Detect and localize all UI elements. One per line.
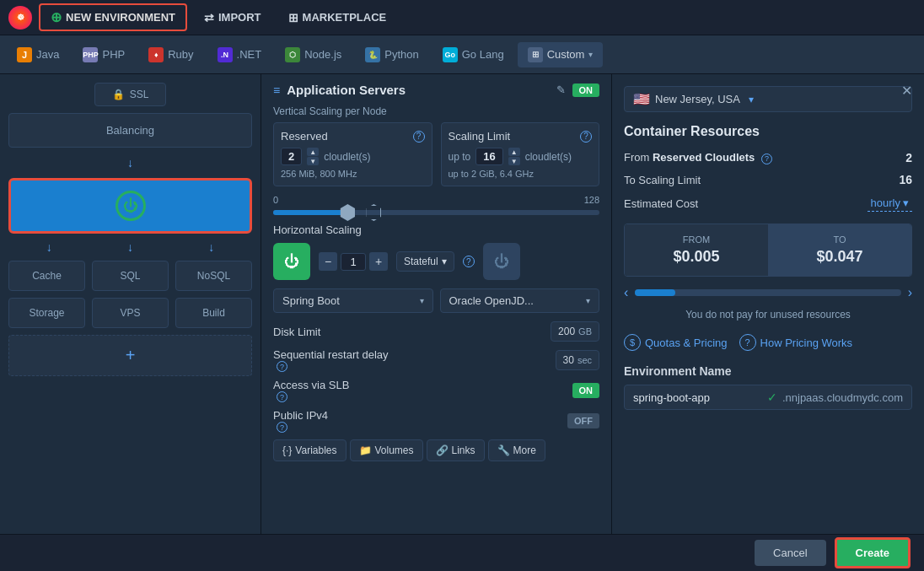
oracle-label: Oracle OpenJD... [449,294,534,307]
to-scaling-value: 16 [899,173,912,186]
tab-nodejs-label: Node.js [304,48,341,61]
seq-unit: sec [578,355,592,365]
seq-help-icon[interactable]: ? [277,361,287,372]
section-title: Application Servers [287,83,549,97]
cloudlets-help-icon[interactable]: ? [761,154,772,164]
region-selector[interactable]: 🇺🇸 New Jersey, USA ▾ [624,86,912,112]
reserved-up[interactable]: ▲ [307,148,319,156]
tab-ruby[interactable]: ♦ Ruby [138,42,203,67]
python-icon: 🐍 [365,47,380,62]
from-text: From [624,151,649,164]
build-label: Build [202,307,225,319]
variables-icon: {·} [282,444,292,456]
more-icon: 🔧 [497,444,510,456]
access-slb-label: Access via SLB ? [273,379,572,402]
tab-php[interactable]: PHP PHP [73,42,135,67]
active-server-button[interactable]: ⏻ [8,178,252,234]
cache-node[interactable]: Cache [8,261,85,291]
slider-next-btn[interactable]: › [908,285,912,300]
seq-restart-row: Sequential restart delay ? 30 sec [273,348,599,372]
ssl-button[interactable]: 🔒 SSL [94,83,167,106]
scaling-up[interactable]: ▲ [508,148,520,156]
reserved-down[interactable]: ▼ [307,157,319,165]
horiz-power-off[interactable]: ⏻ [483,243,520,280]
nosql-node[interactable]: NoSQL [175,261,252,291]
variables-tab[interactable]: {·} Variables [273,439,346,461]
spring-boot-select[interactable]: Spring Boot ▾ [273,288,433,313]
tab-python[interactable]: 🐍 Python [355,42,428,67]
slider-prev-btn[interactable]: ‹ [624,285,628,300]
close-button[interactable]: ✕ [901,83,912,99]
tab-java[interactable]: J Java [7,42,69,67]
ipv4-help-icon[interactable]: ? [277,422,287,433]
marketplace-button[interactable]: ⊞ MARKETPLACE [278,7,397,29]
bottom-tabs: {·} Variables 📁 Volumes 🔗 Links 🔧 More [273,439,599,461]
stateful-arrow: ▾ [442,256,447,267]
add-button[interactable]: + [8,335,252,376]
create-button[interactable]: Create [835,537,911,568]
ruby-icon: ♦ [148,47,164,62]
storage-row: Storage VPS Build [8,298,252,328]
custom-icon: ⊞ [528,47,543,62]
links-tab[interactable]: 🔗 Links [427,439,485,461]
access-slb-toggle[interactable]: ON [572,383,600,398]
volumes-tab[interactable]: 📁 Volumes [350,439,423,461]
to-scaling-row: To Scaling Limit 16 [624,173,912,186]
num-decrease[interactable]: − [319,252,337,271]
marketplace-label: MARKETPLACE [303,11,387,24]
on-badge[interactable]: ON [572,83,600,97]
slider-hex1 [338,203,357,222]
price-from-label: FROM [635,234,758,245]
node-icon: ⬡ [285,47,300,62]
from-cloudlets-label: From Reserved Cloudlets ? [624,151,905,164]
import-button[interactable]: ⇄ IMPORT [194,7,271,29]
more-tab[interactable]: 🔧 More [488,439,545,461]
volumes-label: Volumes [375,444,414,456]
arrow-right: ↓ [208,240,214,254]
links-label: Links [452,444,475,456]
stateful-select[interactable]: Stateful ▾ [396,251,454,272]
tab-nodejs[interactable]: ⬡ Node.js [275,42,352,67]
links-icon: 🔗 [436,444,449,456]
scaling-down[interactable]: ▼ [508,157,520,165]
env-name-value: spring-boot-app [633,391,762,404]
resource-slider[interactable] [635,289,900,296]
oracle-select[interactable]: Oracle OpenJD... ▾ [440,288,600,313]
scaling-help-icon[interactable]: ? [580,131,592,143]
env-name-input[interactable]: spring-boot-app ✓ .nnjpaas.cloudmydc.com [624,385,912,410]
cancel-button[interactable]: Cancel [755,540,825,566]
stateful-label: Stateful [404,256,438,267]
new-env-button[interactable]: ⊕ NEW ENVIRONMENT [39,3,187,31]
hourly-select[interactable]: hourly ▾ [868,195,912,212]
reserved-help-icon[interactable]: ? [413,131,425,143]
num-increase[interactable]: + [369,252,388,271]
estimated-row: Estimated Cost hourly ▾ [624,195,912,212]
storage-node[interactable]: Storage [8,298,85,328]
tab-ruby-label: Ruby [168,48,193,61]
how-pricing-link[interactable]: ? How Pricing Works [739,334,853,351]
balancing-box: Balancing [8,113,252,148]
scaling-limit-box: Scaling Limit ? up to 16 ▲ ▼ cloudlet(s)… [441,122,600,186]
access-help-icon[interactable]: ? [277,391,287,402]
price-to: TO $0.047 [768,224,911,276]
tab-go-label: Go Lang [462,48,504,61]
quotas-pricing-link[interactable]: $ Quotas & Pricing [624,334,728,351]
sql-node[interactable]: SQL [92,261,169,291]
horiz-power-on[interactable]: ⏻ [273,243,310,280]
edit-icon[interactable]: ✎ [556,83,566,96]
horiz-help-icon[interactable]: ? [463,256,475,267]
custom-dropdown-icon[interactable]: ▾ [588,50,593,59]
slider-max: 128 [584,195,599,205]
build-node[interactable]: Build [175,298,252,328]
price-from: FROM $0.005 [625,224,768,276]
public-ipv4-toggle[interactable]: OFF [567,413,599,428]
disk-value: 200 GB [551,321,599,342]
vps-node[interactable]: VPS [92,298,169,328]
tab-net[interactable]: .N .NET [207,42,272,67]
tab-custom[interactable]: ⊞ Custom ▾ [518,42,604,67]
java-icon: J [17,47,32,62]
scaling-unit: cloudlet(s) [525,151,572,163]
slider-track[interactable] [273,210,599,215]
tab-go[interactable]: Go Go Lang [432,42,514,67]
disk-num: 200 [558,326,575,337]
